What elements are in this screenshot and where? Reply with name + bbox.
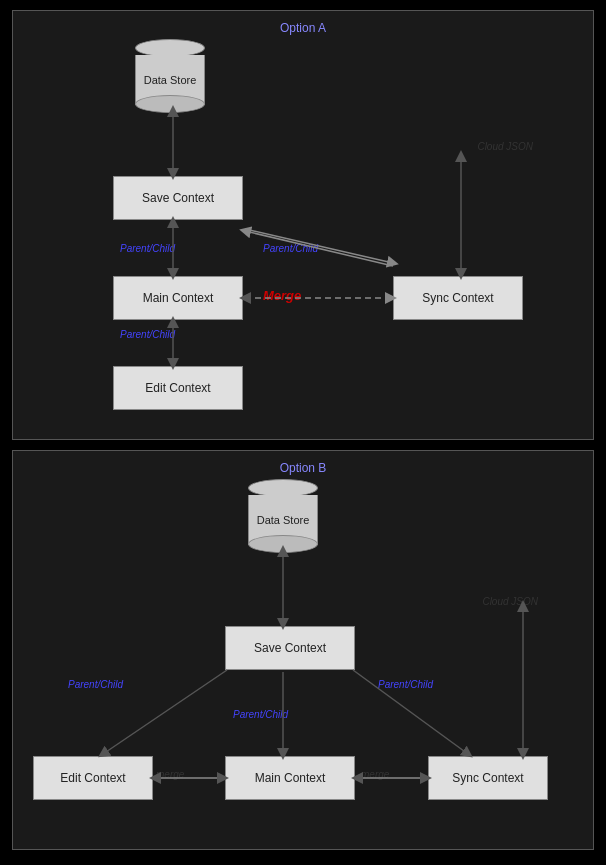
parent-child-b1: Parent/Child: [68, 679, 123, 690]
edit-context-a: Edit Context: [113, 366, 243, 410]
cloud-json-a: Cloud JSON: [477, 141, 533, 152]
cylinder-body-b: Data Store: [248, 495, 318, 545]
datastore-b: Data Store: [248, 479, 318, 545]
merge-label-b2: merge: [361, 769, 389, 780]
save-context-b: Save Context: [225, 626, 355, 670]
sync-context-b: Sync Context: [428, 756, 548, 800]
datastore-a: Data Store: [135, 39, 205, 105]
diagram-option-a: Option A Data Store Save Context Main Co…: [12, 10, 594, 440]
cylinder-bottom-a: [135, 95, 205, 113]
option-a-label: Option A: [280, 21, 326, 35]
edit-context-b: Edit Context: [33, 756, 153, 800]
parent-child-label-a1: Parent/Child: [120, 243, 175, 254]
arrows-svg-a: [13, 11, 593, 439]
main-context-a: Main Context: [113, 276, 243, 320]
parent-child-label-a3: Parent/Child: [120, 329, 175, 340]
main-context-b: Main Context: [225, 756, 355, 800]
merge-label-b1: merge: [156, 769, 184, 780]
sync-context-a: Sync Context: [393, 276, 523, 320]
cylinder-body-a: Data Store: [135, 55, 205, 105]
cylinder-bottom-b: [248, 535, 318, 553]
parent-child-b3: Parent/Child: [378, 679, 433, 690]
diagram-option-b: Option B Data Store Save Context Edit Co…: [12, 450, 594, 850]
parent-child-label-a2: Parent/Child: [263, 243, 318, 254]
cloud-json-b: Cloud JSON: [482, 596, 538, 607]
parent-child-b2: Parent/Child: [233, 709, 288, 720]
option-b-label: Option B: [280, 461, 327, 475]
merge-label-a: Merge: [263, 288, 301, 303]
save-context-a: Save Context: [113, 176, 243, 220]
